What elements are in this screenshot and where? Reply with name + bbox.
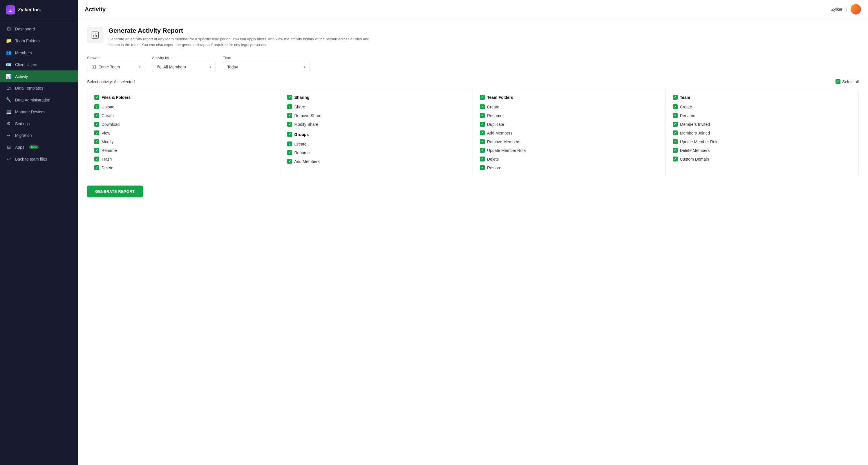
sidebar-item-client-users[interactable]: 🪪 Client Users: [0, 59, 78, 70]
select-all-checkbox[interactable]: [836, 79, 840, 84]
activity-item[interactable]: Create: [673, 104, 852, 109]
svg-point-2: [158, 66, 159, 67]
item-checkbox[interactable]: [480, 165, 485, 170]
item-label: Modify: [101, 139, 114, 144]
activity-item[interactable]: Download: [94, 122, 273, 127]
item-checkbox[interactable]: [287, 159, 292, 164]
activity-item[interactable]: Share: [287, 104, 466, 109]
activity-item[interactable]: View: [94, 130, 273, 135]
report-title: Generate Activity Report: [108, 27, 370, 34]
filters-row: Show in Entire Team ▾ Activity by All Me…: [87, 56, 859, 72]
item-checkbox[interactable]: [480, 139, 485, 144]
sidebar-item-manage-devices[interactable]: 💻 Manage Devices: [0, 106, 78, 118]
activity-item[interactable]: Add Members: [287, 159, 466, 164]
activity-item[interactable]: Delete: [94, 165, 273, 170]
item-checkbox[interactable]: [673, 122, 678, 127]
item-label: Rename: [101, 148, 117, 153]
col-checkbox-team-folders[interactable]: [480, 95, 485, 100]
col-checkbox-files-folders[interactable]: [94, 95, 99, 100]
activity-item[interactable]: Update Member Role: [673, 139, 852, 144]
activity-item[interactable]: Restore: [480, 165, 658, 170]
col-header-sharing: Sharing: [287, 95, 466, 100]
activity-item[interactable]: Duplicate: [480, 122, 658, 127]
item-checkbox[interactable]: [287, 113, 292, 118]
activity-item[interactable]: Update Member Role: [480, 148, 658, 153]
item-checkbox[interactable]: [673, 113, 678, 118]
activity-item[interactable]: Add Members: [480, 130, 658, 135]
activity-item[interactable]: Delete Members: [673, 148, 852, 153]
show-in-value: Entire Team: [98, 65, 120, 69]
col-title-team-folders: Team Folders: [487, 95, 513, 100]
item-label: Create: [680, 105, 692, 109]
activity-item[interactable]: Modify Share: [287, 122, 466, 127]
item-checkbox[interactable]: [673, 139, 678, 144]
sidebar-item-data-administration[interactable]: 🔧 Data Administration: [0, 94, 78, 106]
item-checkbox[interactable]: [94, 104, 99, 109]
item-checkbox[interactable]: [673, 148, 678, 153]
sidebar-item-settings[interactable]: ⚙ Settings: [0, 118, 78, 130]
sidebar-item-migration[interactable]: ↔ Migration: [0, 130, 78, 141]
activity-item[interactable]: Rename: [673, 113, 852, 118]
item-checkbox[interactable]: [94, 113, 99, 118]
col-sub-checkbox-sharing[interactable]: [287, 132, 292, 137]
item-checkbox[interactable]: [287, 150, 292, 155]
item-checkbox[interactable]: [94, 139, 99, 144]
item-label: Rename: [680, 113, 695, 118]
sidebar-item-activity[interactable]: 📊 Activity: [0, 70, 78, 82]
activity-item[interactable]: Members Joined: [673, 130, 852, 135]
item-checkbox[interactable]: [673, 157, 678, 162]
item-checkbox[interactable]: [480, 104, 485, 109]
time-select[interactable]: Today ▾: [223, 62, 310, 72]
item-checkbox[interactable]: [287, 141, 292, 146]
item-checkbox[interactable]: [480, 122, 485, 127]
activity-by-select[interactable]: All Members ▾: [152, 62, 216, 72]
activity-item[interactable]: Create: [94, 113, 273, 118]
activity-by-filter: Activity by All Members ▾: [152, 56, 216, 72]
item-label: Modify Share: [294, 122, 318, 127]
item-label: Rename: [294, 151, 310, 155]
col-checkbox-sharing[interactable]: [287, 95, 292, 100]
item-checkbox[interactable]: [480, 130, 485, 135]
generate-report-button[interactable]: GENERATE REPORT: [87, 186, 143, 197]
activity-item[interactable]: Upload: [94, 104, 273, 109]
activity-item[interactable]: Create: [287, 141, 466, 146]
sidebar-item-back-to-team-files[interactable]: ↩ Back to team files: [0, 153, 78, 165]
activity-item[interactable]: Remove Members: [480, 139, 658, 144]
item-checkbox[interactable]: [480, 113, 485, 118]
sidebar-item-data-templates[interactable]: 🗂 Data Templates: [0, 82, 78, 94]
activity-item[interactable]: Custom Domain: [673, 157, 852, 162]
activity-item[interactable]: Modify: [94, 139, 273, 144]
item-checkbox[interactable]: [94, 130, 99, 135]
sidebar-item-dashboard[interactable]: ⊞ Dashboard: [0, 23, 78, 35]
activity-item[interactable]: Rename: [480, 113, 658, 118]
item-checkbox[interactable]: [480, 148, 485, 153]
item-checkbox[interactable]: [287, 122, 292, 127]
item-label: Add Members: [294, 159, 320, 164]
activity-item[interactable]: Remove Share: [287, 113, 466, 118]
sidebar-item-team-folders[interactable]: 📁 Team Folders: [0, 35, 78, 47]
topbar-user: Zylker: [832, 7, 842, 11]
activity-item[interactable]: Members Invited: [673, 122, 852, 127]
sidebar-item-apps[interactable]: ⊞ AppsNew: [0, 141, 78, 153]
item-checkbox[interactable]: [94, 165, 99, 170]
activity-item[interactable]: Rename: [287, 150, 466, 155]
activity-item[interactable]: Rename: [94, 148, 273, 153]
avatar[interactable]: [850, 4, 861, 14]
item-checkbox[interactable]: [480, 157, 485, 162]
show-in-select[interactable]: Entire Team ▾: [87, 62, 145, 72]
activity-item[interactable]: Delete: [480, 157, 658, 162]
activity-item[interactable]: Trash: [94, 157, 273, 162]
nav-label-apps: Apps: [15, 145, 24, 150]
col-checkbox-team[interactable]: [673, 95, 678, 100]
item-checkbox[interactable]: [673, 104, 678, 109]
item-checkbox[interactable]: [673, 130, 678, 135]
show-in-filter: Show in Entire Team ▾: [87, 56, 145, 72]
item-checkbox[interactable]: [287, 104, 292, 109]
sidebar-item-members[interactable]: 👥 Members: [0, 47, 78, 59]
activity-item[interactable]: Create: [480, 104, 658, 109]
item-checkbox[interactable]: [94, 148, 99, 153]
select-all-button[interactable]: Select all: [836, 79, 859, 84]
item-checkbox[interactable]: [94, 157, 99, 162]
item-checkbox[interactable]: [94, 122, 99, 127]
nav-label-members: Members: [15, 51, 32, 55]
